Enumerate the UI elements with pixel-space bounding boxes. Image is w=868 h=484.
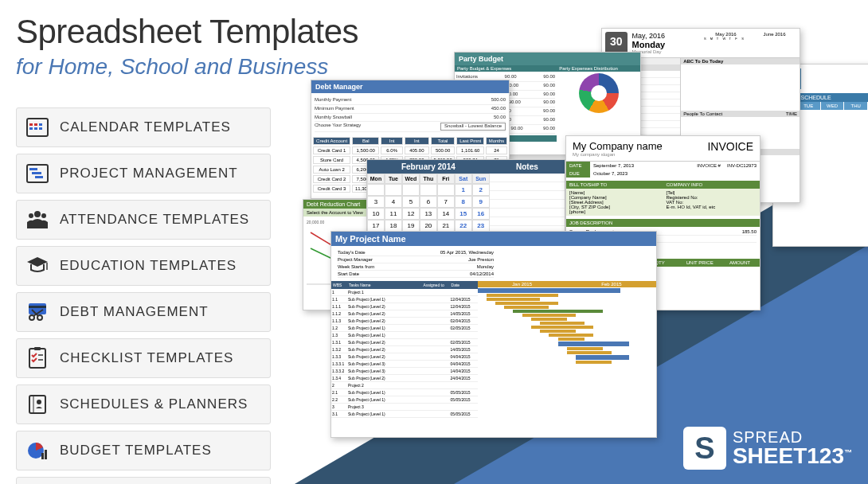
planner-contacts: People To Contact bbox=[683, 111, 722, 116]
invoice-desc-header: JOB DESCRIPTION bbox=[566, 219, 760, 227]
svg-point-11 bbox=[34, 211, 41, 217]
sheet-gantt: My Project Name Today's Date05 Apr 2015,… bbox=[330, 231, 657, 438]
book-icon bbox=[25, 392, 50, 417]
scissors-card-icon bbox=[25, 299, 50, 325]
invoice-due: October 7, 2023 bbox=[590, 170, 631, 178]
checklist-icon bbox=[25, 345, 50, 371]
svg-point-13 bbox=[41, 213, 46, 218]
invoice-billto: BILL TO/SHIP TO bbox=[566, 181, 663, 189]
invoice-date: September 7, 2013 bbox=[590, 162, 684, 170]
invoice-title: INVOICE bbox=[707, 140, 753, 157]
category-list: CALENDAR TEMPLATES PROJECT MANAGEMENT AT… bbox=[16, 107, 271, 484]
cat-label: ATTENDANCE TEMPLATES bbox=[60, 212, 249, 228]
invoice-due-label: DUE bbox=[566, 170, 590, 178]
cat-label: SCHEDULES & PLANNERS bbox=[60, 396, 248, 412]
svg-rect-6 bbox=[39, 127, 42, 130]
gantt-rows: 1Project 11.1Sub Project (Level 1)12/04/… bbox=[331, 289, 478, 418]
svg-point-27 bbox=[37, 400, 41, 404]
planner-daynum: 30 bbox=[605, 32, 628, 54]
invoice-slogan: My company slogan bbox=[573, 152, 663, 157]
cat-project[interactable]: PROJECT MANAGEMENT bbox=[16, 154, 271, 193]
svg-rect-30 bbox=[45, 450, 47, 459]
party-sec1: Party Budget & Expenses bbox=[455, 65, 557, 72]
cat-education[interactable]: EDUCATION TEMPLATES bbox=[16, 246, 271, 286]
cat-budget[interactable]: BUDGET TEMPLATES bbox=[16, 431, 271, 470]
cat-label: BUDGET TEMPLATES bbox=[60, 443, 212, 459]
svg-rect-16 bbox=[29, 306, 46, 308]
svg-rect-21 bbox=[29, 349, 45, 368]
invoice-num-label: INVOICE # bbox=[684, 162, 724, 170]
debt-value: 500.00 bbox=[491, 97, 506, 103]
logo-line1: SPREAD bbox=[733, 429, 852, 445]
weekly-dow: WED bbox=[820, 102, 844, 110]
logo-tm: ™ bbox=[844, 448, 852, 457]
cat-label: CALENDAR TEMPLATES bbox=[60, 119, 231, 135]
cat-label: EDUCATION TEMPLATES bbox=[60, 258, 237, 274]
svg-rect-3 bbox=[39, 123, 42, 126]
svg-rect-9 bbox=[32, 172, 41, 174]
svg-rect-25 bbox=[29, 396, 45, 413]
invoice-num: INV-DC12973 bbox=[724, 162, 760, 170]
donut-chart-icon bbox=[579, 73, 619, 113]
people-icon bbox=[25, 207, 50, 232]
calendar-title: February 2014 bbox=[367, 160, 490, 174]
pie-chart-icon bbox=[25, 438, 50, 463]
graduation-icon bbox=[25, 253, 50, 279]
planner-time: TIME bbox=[786, 111, 797, 116]
planner-month: May, 2016 bbox=[632, 32, 699, 40]
svg-rect-4 bbox=[29, 127, 33, 130]
planner-todo: ABC To Do Today bbox=[681, 58, 800, 64]
svg-point-12 bbox=[29, 213, 33, 218]
invoice-company: My Company name bbox=[573, 140, 663, 152]
cat-checklist[interactable]: CHECKLIST TEMPLATES bbox=[16, 338, 271, 378]
calendar-notes: Notes bbox=[490, 160, 565, 174]
party-title: Party Budget bbox=[455, 53, 640, 65]
gantt-icon bbox=[25, 161, 50, 186]
svg-rect-2 bbox=[34, 123, 37, 126]
invoice-companyinfo: COMPANY INFO bbox=[663, 181, 760, 189]
svg-rect-10 bbox=[35, 176, 43, 178]
planner-dow: Monday bbox=[632, 40, 699, 49]
svg-rect-1 bbox=[29, 123, 33, 126]
gantt-bars bbox=[478, 288, 656, 364]
cat-label: DEBT MANAGEMENT bbox=[60, 304, 209, 320]
cat-debt[interactable]: DEBT MANAGEMENT bbox=[16, 292, 271, 332]
cat-calendar[interactable]: CALENDAR TEMPLATES bbox=[16, 107, 271, 147]
cat-label: CHECKLIST TEMPLATES bbox=[60, 350, 233, 366]
brand-logo: S SPREAD SHEET123™ bbox=[683, 427, 852, 470]
svg-rect-29 bbox=[41, 453, 44, 459]
cat-financial[interactable]: FINANCIAL CALCULATORS bbox=[16, 477, 271, 484]
mini-cal2: June 2016 bbox=[753, 32, 796, 37]
cat-label: PROJECT MANAGEMENT bbox=[60, 166, 238, 182]
debt-label: Monthly Payment bbox=[315, 97, 351, 103]
weekly-dow: THU bbox=[843, 102, 867, 110]
svg-rect-8 bbox=[29, 168, 37, 170]
page-subtitle: for Home, School and Business bbox=[16, 54, 328, 80]
debt-title: Debt Manager bbox=[311, 80, 509, 93]
gantt-title: My Project Name bbox=[331, 232, 656, 246]
cat-attendance[interactable]: ATTENDANCE TEMPLATES bbox=[16, 200, 271, 240]
svg-rect-22 bbox=[34, 347, 41, 350]
logo-line2: SHEET123 bbox=[733, 443, 844, 468]
calendar-icon bbox=[25, 115, 50, 140]
cat-schedules[interactable]: SCHEDULES & PLANNERS bbox=[16, 384, 271, 424]
party-sec2: Party Expenses Distribution bbox=[557, 65, 640, 72]
svg-rect-5 bbox=[34, 127, 37, 130]
planner-sub: Memorial Day bbox=[632, 49, 699, 54]
invoice-date-label: DATE bbox=[566, 162, 590, 170]
template-collage: AUG 2016 WEEKLY SCHEDULE MON TUE WED THU… bbox=[303, 28, 860, 442]
logo-s-icon: S bbox=[683, 427, 726, 470]
